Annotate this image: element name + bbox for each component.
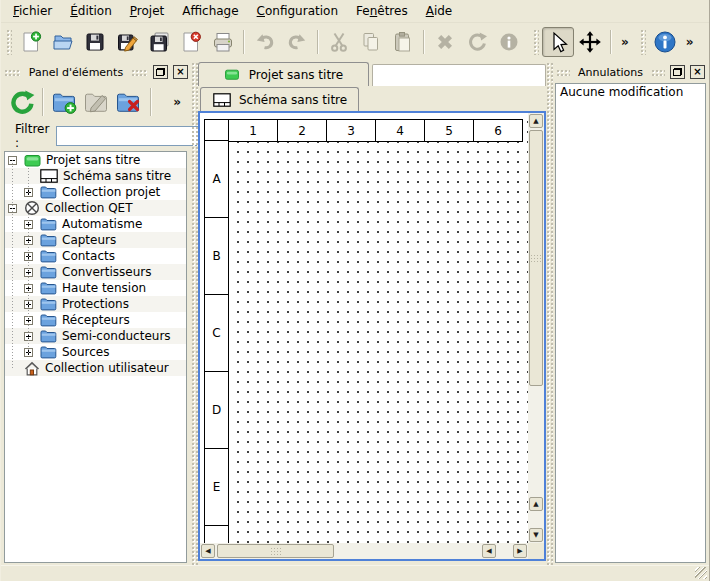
about-info-button[interactable]: [649, 27, 681, 57]
project-area: Projet sans titre Schéma sans titre 1234…: [198, 62, 546, 561]
open-document-button[interactable]: [47, 27, 79, 57]
tree-item-automatisme[interactable]: Automatisme: [5, 216, 186, 232]
print-button[interactable]: [207, 27, 239, 57]
tree-item-semi-conducteurs[interactable]: Semi-conducteurs: [5, 328, 186, 344]
toolbar-overflow-button[interactable]: »: [681, 35, 699, 49]
horizontal-scroll-thumb[interactable]: [217, 544, 334, 558]
copy-button[interactable]: [355, 27, 387, 57]
element-info-icon: [498, 31, 520, 53]
scroll-left-icon: ◀: [486, 547, 491, 555]
undo-history-list: Aucune modification: [555, 83, 706, 563]
scroll-left-button[interactable]: ◀: [482, 544, 496, 558]
folder-icon: [40, 265, 57, 279]
toolbar-separator: [243, 30, 245, 54]
float-dock-button[interactable]: [153, 65, 168, 79]
tree-item-collection-projet[interactable]: Collection projet: [5, 184, 186, 200]
scroll-up-icon: ▲: [533, 500, 538, 508]
toolbar-drag-handle[interactable]: [6, 29, 12, 55]
column-header: 6: [473, 119, 523, 142]
dock-title-texture: [556, 69, 570, 76]
column-header: 5: [424, 119, 474, 142]
reload-collections-button[interactable]: [6, 86, 38, 118]
close-document-button[interactable]: [175, 27, 207, 57]
tree-item-convertisseurs[interactable]: Convertisseurs: [5, 264, 186, 280]
move-tool-icon: [579, 31, 601, 53]
filter-label: Filtrer :: [15, 122, 49, 150]
folder-icon: [40, 313, 57, 327]
move-tool-button[interactable]: [574, 27, 606, 57]
cut-button[interactable]: [323, 27, 355, 57]
tree-item-schema-sans-titre[interactable]: Schéma sans titre: [5, 168, 186, 184]
toolbar-drag-handle[interactable]: [533, 29, 539, 55]
menu-edition[interactable]: Édition: [61, 1, 121, 21]
menu-projet[interactable]: Projet: [121, 1, 173, 21]
float-dock-icon: [673, 68, 682, 76]
tree-item-contacts[interactable]: Contacts: [5, 248, 186, 264]
panel-toolbar-overflow-button[interactable]: »: [168, 95, 186, 109]
rotate-button[interactable]: [461, 27, 493, 57]
project-icon: [224, 68, 240, 81]
close-dock-button[interactable]: ×: [690, 65, 705, 79]
elements-panel-titlebar[interactable]: Panel d'éléments ×: [1, 62, 191, 82]
tab-schema-sans-titre[interactable]: Schéma sans titre: [200, 87, 359, 111]
close-document-icon: [180, 31, 202, 53]
vertical-scrollbar[interactable]: ▲ ▲ ▼: [528, 113, 544, 543]
tree-item-capteurs[interactable]: Capteurs: [5, 232, 186, 248]
delete-button[interactable]: [429, 27, 461, 57]
right-splitter-handle[interactable]: [546, 62, 553, 565]
save-button[interactable]: [79, 27, 111, 57]
undo-button[interactable]: [249, 27, 281, 57]
toolbar-drag-handle[interactable]: [640, 29, 646, 55]
paste-button[interactable]: [387, 27, 419, 57]
column-header: 2: [277, 119, 327, 142]
scroll-down-button[interactable]: ▼: [529, 528, 543, 542]
delete-category-button[interactable]: [112, 86, 144, 118]
close-dock-button[interactable]: ×: [173, 65, 188, 79]
horizontal-scrollbar[interactable]: ◀ ◀ ▶: [200, 543, 528, 559]
status-bar: [1, 565, 709, 581]
menu-aide[interactable]: Aide: [417, 1, 462, 21]
tree-item-label: Projet sans titre: [46, 152, 140, 168]
scroll-up-button[interactable]: ▲: [529, 114, 543, 128]
tree-item-projet-sans-titre[interactable]: Projet sans titre: [5, 152, 186, 168]
new-document-button[interactable]: [15, 27, 47, 57]
tree-item-label: Haute tension: [62, 280, 146, 296]
element-info-button[interactable]: [493, 27, 525, 57]
left-splitter-handle[interactable]: [191, 62, 198, 565]
scroll-left-button[interactable]: ◀: [201, 544, 215, 558]
tree-item-label: Contacts: [62, 248, 115, 264]
tree-item-collection-qet[interactable]: Collection QET: [5, 200, 186, 216]
redo-button[interactable]: [281, 27, 313, 57]
float-dock-button[interactable]: [670, 65, 685, 79]
qet-collection-icon: [24, 200, 40, 216]
resize-grip[interactable]: [695, 567, 707, 579]
save-as-button[interactable]: [111, 27, 143, 57]
menu-fenetres[interactable]: Fenêtres: [347, 1, 417, 21]
menu-fichier[interactable]: Fichier: [4, 1, 61, 21]
vertical-scroll-thumb[interactable]: [529, 130, 543, 386]
tree-item-collection-utilisateur[interactable]: Collection utilisateur: [5, 360, 186, 376]
undo-list-item[interactable]: Aucune modification: [556, 84, 705, 101]
tree-item-sources[interactable]: Sources: [5, 344, 186, 360]
schema-icon: [212, 93, 232, 107]
diagram-canvas[interactable]: 123456 ABCDE: [200, 113, 528, 543]
save-all-button[interactable]: [143, 27, 175, 57]
tree-item-recepteurs[interactable]: Récepteurs: [5, 312, 186, 328]
toolbar-overflow-button[interactable]: »: [616, 35, 634, 49]
menu-configuration[interactable]: Configuration: [248, 1, 347, 21]
new-category-button[interactable]: [48, 86, 80, 118]
folder-icon: [40, 329, 57, 343]
menu-affichage[interactable]: Affichage: [173, 1, 247, 21]
elements-tree: Projet sans titre Schéma sans titre: [4, 151, 187, 563]
undo-panel-titlebar[interactable]: Annulations ×: [553, 62, 708, 82]
save-as-icon: [116, 31, 138, 53]
scroll-up-button[interactable]: ▲: [529, 497, 543, 511]
tree-item-protections[interactable]: Protections: [5, 296, 186, 312]
project-icon: [24, 153, 41, 168]
save-all-icon: [148, 31, 170, 53]
scroll-right-button[interactable]: ▶: [513, 544, 527, 558]
select-tool-button[interactable]: [542, 27, 574, 57]
tab-projet-sans-titre[interactable]: Projet sans titre: [198, 62, 369, 86]
edit-category-button[interactable]: [80, 86, 112, 118]
tree-item-haute-tension[interactable]: Haute tension: [5, 280, 186, 296]
